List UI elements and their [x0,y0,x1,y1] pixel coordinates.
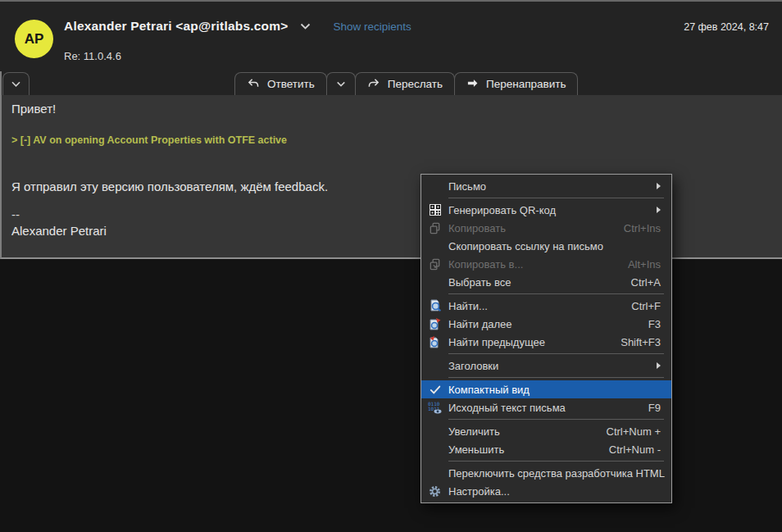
menu-item-find-prev[interactable]: Найти предыдущее Shift+F3 [421,333,671,351]
submenu-arrow-icon [657,362,661,369]
message-subject: Re: 11.0.4.6 [64,50,121,62]
menu-separator [448,198,664,198]
copy-icon [421,222,448,234]
menu-item-select-all[interactable]: Выбрать все Ctrl+A [421,273,671,291]
sender-row: Alexander Petrari <ap@ritlabs.com> Show … [64,19,411,34]
check-icon [421,384,448,395]
find-next-icon [421,317,448,330]
reply-arrow-icon [247,77,260,92]
menu-separator [448,377,664,378]
message-header: AP Alexander Petrari <ap@ritlabs.com> Sh… [0,2,782,71]
reply-toolbar-group: Ответить Переслать Перенаправить [235,72,578,95]
redirect-arrow-icon [466,77,479,92]
show-recipients-link[interactable]: Show recipients [333,20,411,33]
copy-to-icon [421,258,448,271]
menu-separator [448,353,664,354]
menu-item-zoom-in[interactable]: Увеличить Ctrl+Num + [421,422,671,440]
reply-button[interactable]: Ответить [234,72,327,95]
reply-dropdown-button[interactable] [326,72,356,95]
toolbar: Ответить Переслать Перенаправить [0,71,782,95]
menu-item-find-next[interactable]: Найти далее F3 [421,315,671,333]
find-prev-icon [421,335,448,348]
menu-item-letter[interactable]: Письмо [421,177,671,195]
avatar: AP [15,20,53,58]
menu-separator [448,461,664,462]
menu-item-generate-qr[interactable]: Генерировать QR-код [421,201,671,219]
quoted-subject-line: > [-] AV on opening Account Properties w… [11,134,772,146]
forward-arrow-icon [367,77,380,92]
qr-code-icon [421,203,448,216]
redirect-button[interactable]: Перенаправить [454,72,578,95]
menu-item-copy[interactable]: Копировать Ctrl+Ins [421,219,671,237]
menu-item-headers[interactable]: Заголовки [421,357,671,375]
menu-item-message-source[interactable]: 01101011 Исходный текст письма F9 [421,398,671,416]
menu-item-find[interactable]: Найти... Ctrl+F [421,297,671,315]
submenu-arrow-icon [657,207,661,213]
mail-window: AP Alexander Petrari <ap@ritlabs.com> Sh… [0,0,782,532]
find-icon [421,299,448,312]
collapse-header-button[interactable] [2,72,30,95]
redirect-label: Перенаправить [486,78,566,90]
body-greeting: Привет! [11,102,772,116]
menu-item-copy-to[interactable]: Копировать в... Alt+Ins [421,255,671,273]
reply-label: Ответить [267,78,315,90]
menu-item-copy-link[interactable]: Скопировать ссылку на письмо [421,237,671,255]
chevron-down-icon [11,78,21,90]
gear-icon [421,485,448,498]
sender-chevron-down-icon[interactable] [299,22,311,30]
submenu-arrow-icon [657,183,661,189]
menu-separator [448,293,664,294]
message-date: 27 фев 2024, 8:47 [684,21,769,33]
forward-label: Переслать [388,78,443,90]
chevron-down-icon [336,78,346,90]
sender-name: Alexander Petrari <ap@ritlabs.com> [64,19,288,34]
menu-separator [448,419,664,420]
message-source-icon: 01101011 [421,401,448,414]
menu-item-settings[interactable]: Настройка... [421,482,671,500]
forward-button[interactable]: Переслать [355,72,455,95]
menu-item-compact-view[interactable]: Компактный вид [421,380,671,398]
menu-item-toggle-devtools[interactable]: Переключить средства разработчика HTML [421,464,671,482]
context-menu: Письмо Генерировать QR-код Копировать Ct… [421,174,672,503]
menu-item-zoom-out[interactable]: Уменьшить Ctrl+Num - [421,440,671,458]
